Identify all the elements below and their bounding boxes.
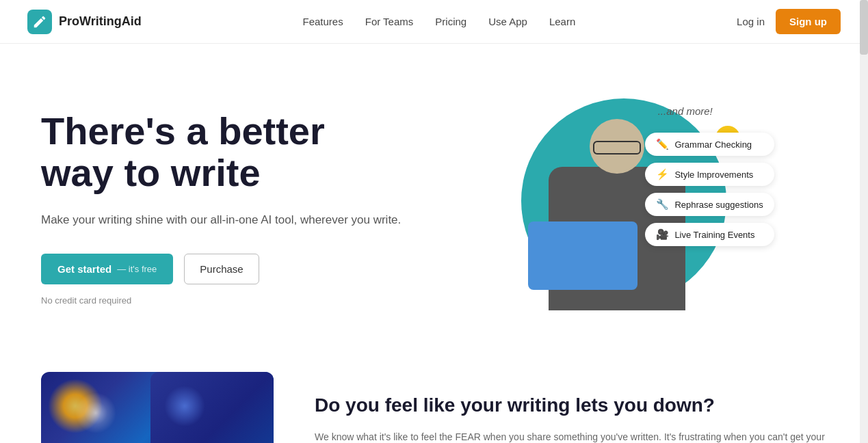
rephrase-icon: 🔧 — [656, 198, 669, 211]
laptop — [528, 222, 637, 290]
pill-style: ⚡ Style Improvements — [645, 163, 774, 186]
nav-actions: Log in Sign up — [737, 9, 841, 34]
navbar: ProWritingAid Features For Teams Pricing… — [0, 0, 868, 44]
hero-left: There's a better way to write Make your … — [41, 110, 421, 306]
person-glasses — [593, 141, 641, 155]
get-started-button[interactable]: Get started — it's free — [41, 254, 173, 284]
scrollbar-thumb[interactable] — [860, 0, 868, 55]
second-text: Do you feel like your writing lets you d… — [315, 393, 827, 443]
hero-section: There's a better way to write Make your … — [0, 44, 868, 358]
pill-training: 🎥 Live Training Events — [645, 223, 774, 246]
brand-name: ProWritingAid — [59, 14, 142, 29]
pill-rephrase: 🔧 Rephrase suggestions — [645, 193, 774, 216]
hero-buttons: Get started — it's free Purchase — [41, 254, 421, 284]
second-body: We know what it's like to feel the FEAR … — [315, 429, 827, 443]
no-credit-card-notice: No credit card required — [41, 295, 421, 306]
logo-icon — [27, 10, 52, 34]
pill-grammar: ✏️ Grammar Checking — [645, 133, 774, 156]
art-container: My idea in my head — [41, 372, 274, 443]
nav-pricing[interactable]: Pricing — [435, 16, 466, 27]
purchase-button[interactable]: Purchase — [184, 254, 259, 284]
hero-illustration-area: ...and more! ✦ ✏️ Grammar Checking ⚡ Sty… — [448, 85, 828, 331]
hero-title: There's a better way to write — [41, 110, 421, 194]
nav-use-app[interactable]: Use App — [488, 16, 527, 27]
nav-links: Features For Teams Pricing Use App Learn — [303, 16, 576, 28]
second-art-image — [150, 372, 274, 443]
scrollbar[interactable] — [860, 0, 868, 443]
signup-button[interactable]: Sign up — [776, 9, 841, 34]
nav-learn[interactable]: Learn — [549, 16, 575, 27]
hero-subtitle: Make your writing shine with our all-in-… — [41, 211, 421, 229]
person-head — [590, 119, 644, 174]
login-button[interactable]: Log in — [737, 16, 765, 27]
nav-for-teams[interactable]: For Teams — [365, 16, 414, 27]
style-icon: ⚡ — [656, 168, 669, 180]
feature-pills: ✏️ Grammar Checking ⚡ Style Improvements… — [645, 133, 774, 246]
training-icon: 🎥 — [656, 228, 669, 241]
grammar-icon: ✏️ — [656, 138, 669, 150]
logo[interactable]: ProWritingAid — [27, 10, 142, 34]
hero-illustration: ...and more! ✦ ✏️ Grammar Checking ⚡ Sty… — [508, 92, 767, 324]
second-heading: Do you feel like your writing lets you d… — [315, 393, 827, 418]
nav-features[interactable]: Features — [303, 16, 343, 27]
second-section: My idea in my head Do you feel like your… — [0, 358, 868, 443]
